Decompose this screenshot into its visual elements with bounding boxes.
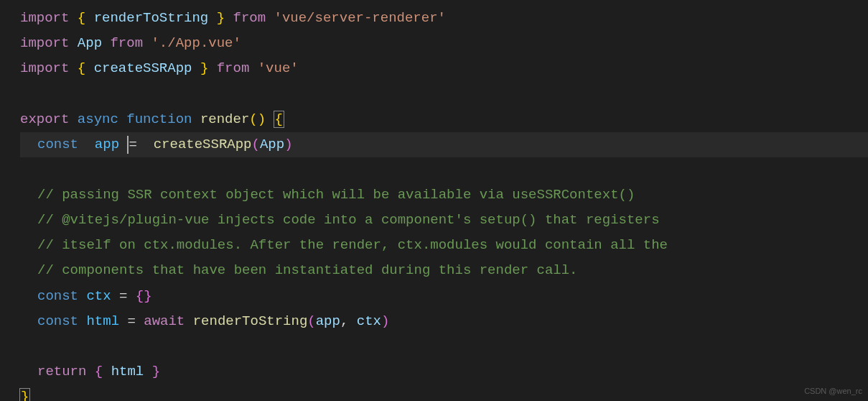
code-line[interactable]: // itself on ctx.modules. After the rend… [20,233,868,258]
string-literal: 'vue' [258,60,299,76]
operator-equals: = [129,137,136,152]
keyword-await: await [144,313,185,329]
code-line[interactable]: } [20,384,868,401]
keyword-function: function [126,111,192,127]
keyword-from: from [233,10,266,26]
code-line-active[interactable]: const app = createSSRApp(App) [20,132,868,157]
code-line[interactable]: // components that have been instantiate… [20,258,868,283]
code-line[interactable]: return { html } [20,359,868,384]
keyword-const: const [37,288,78,304]
keyword-from: from [217,60,250,76]
argument: app [316,313,340,329]
paren-open: ( [252,137,260,152]
variable: html [111,364,144,379]
code-editor[interactable]: import { renderToString } from 'vue/serv… [0,6,868,401]
paren-close: ) [381,313,389,329]
function-call: createSSRApp [154,137,252,152]
keyword-const: const [37,137,78,152]
brace-close: } [217,10,225,26]
code-line[interactable]: // @vitejs/plugin-vue injects code into … [20,208,868,233]
comment: // itself on ctx.modules. After the rend… [37,237,668,253]
keyword-async: async [78,111,118,127]
parentheses: () [249,111,266,127]
code-line[interactable]: const ctx = {} [20,284,868,309]
brace-open: { [95,364,103,379]
brace-open: { [78,60,85,76]
paren-close: ) [284,137,292,152]
code-line[interactable]: import App from './App.vue' [20,31,868,56]
code-line[interactable]: import { renderToString } from 'vue/serv… [20,6,868,31]
operator-equals: = [119,288,127,304]
keyword-import: import [20,10,69,26]
watermark: CSDN @wen_rc [804,384,862,398]
variable: app [95,137,119,152]
function-call: renderToString [193,313,308,329]
identifier: renderToString [94,10,209,26]
string-literal: './App.vue' [151,35,241,51]
keyword-export: export [20,111,69,127]
keyword-return: return [37,364,86,379]
brace-close: } [200,60,208,76]
variable: html [86,313,119,329]
brace-open: { [78,10,85,26]
keyword-const: const [37,313,78,329]
code-line[interactable]: const html = await renderToString(app, c… [20,309,868,334]
code-line[interactable]: import { createSSRApp } from 'vue' [20,56,868,81]
string-literal: 'vue/server-renderer' [274,10,446,26]
brace-close: } [152,364,160,379]
comment: // @vitejs/plugin-vue injects code into … [37,212,660,228]
operator-equals: = [127,313,135,329]
argument: ctx [357,313,381,329]
code-line-empty[interactable] [20,334,868,359]
brace-highlighted: { [274,111,284,128]
code-line-empty[interactable] [20,81,868,106]
paren-open: ( [307,313,315,329]
code-line[interactable]: export async function render() { [20,107,868,132]
function-name: render [200,111,249,127]
brace-highlighted: } [19,388,30,401]
keyword-import: import [20,35,69,51]
code-line-empty[interactable] [20,157,868,183]
variable: ctx [86,288,111,304]
keyword-import: import [20,60,69,76]
keyword-from: from [110,35,143,51]
braces: {} [136,288,152,304]
identifier: App [78,35,102,51]
comment: // components that have been instantiate… [37,262,578,278]
argument: App [260,137,284,152]
identifier: createSSRApp [94,60,192,76]
comment: // passing SSR context object which will… [37,187,635,203]
code-line[interactable]: // passing SSR context object which will… [20,183,868,208]
